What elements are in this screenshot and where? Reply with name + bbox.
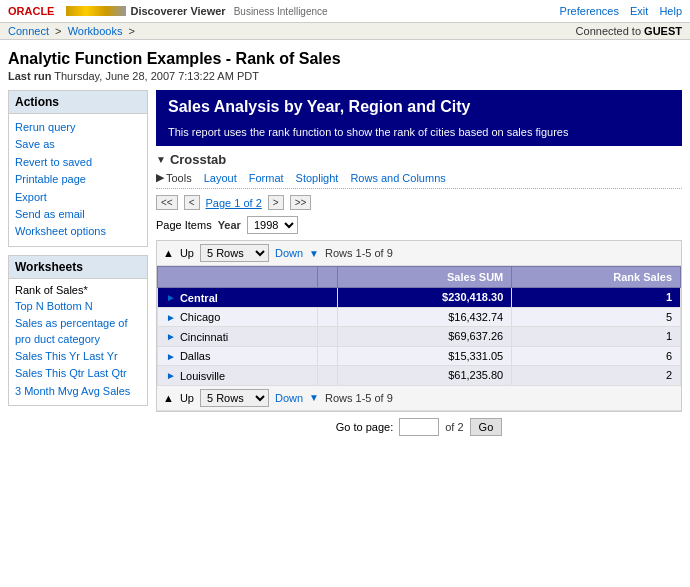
rerun-query-link[interactable]: Rerun query: [15, 120, 141, 135]
central-name: Central: [180, 292, 218, 304]
v-icon-top: ▼: [309, 248, 319, 259]
last-run-label: Last run: [8, 70, 51, 82]
city-cincinnati: ► Cincinnati: [158, 327, 318, 347]
right-content: Sales Analysis by Year, Region and City …: [156, 90, 682, 442]
discoverer-title: Discoverer Viewer: [130, 5, 225, 17]
page-info[interactable]: Page 1 of 2: [206, 197, 262, 209]
header-stripe: [66, 6, 126, 16]
rows-select-bottom[interactable]: 5 Rows 10 Rows 25 Rows All Rows: [200, 389, 269, 407]
preferences-link[interactable]: Preferences: [560, 5, 619, 17]
rows-info-top: Rows 1-5 of 9: [325, 247, 393, 259]
group-label: ► Central: [158, 288, 338, 308]
connect-link[interactable]: Connect: [8, 25, 49, 37]
pagination: << < Page 1 of 2 > >>: [156, 195, 682, 210]
cincinnati-rank: 1: [512, 327, 681, 347]
table-row: ► Cincinnati $69,637.26 1: [158, 327, 681, 347]
central-expand: ► Central: [166, 292, 218, 304]
chicago-sales: $16,432.74: [338, 307, 512, 327]
louisville-rank: 2: [512, 366, 681, 386]
down-link-top[interactable]: Down: [275, 247, 303, 259]
worksheet-top-n-link[interactable]: Top N Bottom N: [15, 299, 141, 314]
actions-section: Actions Rerun query Save as Revert to sa…: [8, 90, 148, 247]
last-page-button[interactable]: >>: [290, 195, 312, 210]
cincinnati-lock: [318, 327, 338, 347]
table-row-group-central: ► Central $230,418.30 1: [158, 288, 681, 308]
header-nav: Preferences Exit Help: [552, 5, 682, 17]
app-header: ORACLE Discoverer Viewer Business Intell…: [0, 0, 690, 23]
chicago-lock: [318, 307, 338, 327]
dallas-lock: [318, 346, 338, 366]
bi-subtitle: Business Intelligence: [234, 6, 328, 17]
tools-bar: ▶ Tools Layout Format Stoplight Rows and…: [156, 171, 682, 189]
col-header-lock: [318, 267, 338, 288]
louisville-lock: [318, 366, 338, 386]
goto-button[interactable]: Go: [470, 418, 503, 436]
rows-and-columns-link[interactable]: Rows and Columns: [350, 172, 445, 184]
chicago-icon: ►: [166, 312, 176, 323]
last-run: Last run Thursday, June 28, 2007 7:13:22…: [8, 70, 682, 82]
first-page-button[interactable]: <<: [156, 195, 178, 210]
dallas-icon: ►: [166, 351, 176, 362]
next-page-button[interactable]: >: [268, 195, 284, 210]
rows-info-bottom: Rows 1-5 of 9: [325, 392, 393, 404]
rows-select-top[interactable]: 5 Rows 10 Rows 25 Rows All Rows: [200, 244, 269, 262]
worksheet-3month-link[interactable]: 3 Month Mvg Avg Sales: [15, 384, 141, 399]
col-header-sales-sum: Sales SUM: [338, 267, 512, 288]
data-table-container: ▲ Up 5 Rows 10 Rows 25 Rows All Rows Dow…: [156, 240, 682, 412]
exit-link[interactable]: Exit: [630, 5, 648, 17]
revert-to-saved-link[interactable]: Revert to saved: [15, 155, 141, 170]
top-rows-control: ▲ Up 5 Rows 10 Rows 25 Rows All Rows Dow…: [157, 241, 681, 266]
save-as-link[interactable]: Save as: [15, 137, 141, 152]
breadcrumb: Connect > Workbooks >: [8, 25, 135, 37]
layout-link[interactable]: Layout: [204, 172, 237, 184]
actions-body: Rerun query Save as Revert to saved Prin…: [9, 114, 147, 246]
page-title: Analytic Function Examples - Rank of Sal…: [8, 50, 682, 68]
tools-triangle-icon: ▶: [156, 171, 164, 184]
col-header-region: [158, 267, 318, 288]
down-link-bottom[interactable]: Down: [275, 392, 303, 404]
year-select[interactable]: 1998 1999 2000: [247, 216, 298, 234]
dallas-name: Dallas: [180, 350, 211, 362]
v-icon-bottom: ▼: [309, 392, 319, 403]
page-title-area: Analytic Function Examples - Rank of Sal…: [0, 40, 690, 84]
crosstab-label: ▼ Crosstab: [156, 152, 682, 167]
data-table: Sales SUM Rank Sales ► Central $230,4: [157, 266, 681, 386]
dallas-sales: $15,331.05: [338, 346, 512, 366]
goto-of-text: of 2: [445, 421, 463, 433]
louisville-name: Louisville: [180, 370, 225, 382]
crosstab-triangle-icon: ▼: [156, 154, 166, 165]
table-row: ► Dallas $15,331.05 6: [158, 346, 681, 366]
group-rank: 1: [512, 288, 681, 308]
cincinnati-sales: $69,637.26: [338, 327, 512, 347]
oracle-text: ORACLE: [8, 5, 54, 17]
louisville-icon: ►: [166, 370, 176, 381]
tools-label: ▶ Tools: [156, 171, 192, 184]
city-chicago: ► Chicago: [158, 307, 318, 327]
group-sales: $230,418.30: [338, 288, 512, 308]
prev-page-button[interactable]: <: [184, 195, 200, 210]
crosstab-text: Crosstab: [170, 152, 226, 167]
worksheets-section: Worksheets Rank of Sales* Top N Bottom N…: [8, 255, 148, 406]
worksheet-sales-pct-link[interactable]: Sales as percentage of pro duct category: [15, 316, 141, 347]
worksheet-rank-of-sales[interactable]: Rank of Sales*: [15, 284, 88, 296]
table-row: ► Louisville $61,235.80 2: [158, 366, 681, 386]
send-as-email-link[interactable]: Send as email: [15, 207, 141, 222]
worksheet-options-link[interactable]: Worksheet options: [15, 224, 141, 239]
connected-info: Connected to GUEST: [576, 25, 682, 37]
report-title: Sales Analysis by Year, Region and City: [156, 90, 682, 124]
up-icon: ▲: [163, 247, 174, 259]
printable-page-link[interactable]: Printable page: [15, 172, 141, 187]
page-items: Page Items Year 1998 1999 2000: [156, 216, 682, 234]
worksheet-sales-qtr-link[interactable]: Sales This Qtr Last Qtr: [15, 366, 141, 381]
central-expand-icon: ►: [166, 292, 176, 303]
worksheet-sales-yr-link[interactable]: Sales This Yr Last Yr: [15, 349, 141, 364]
export-link[interactable]: Export: [15, 190, 141, 205]
chicago-rank: 5: [512, 307, 681, 327]
format-link[interactable]: Format: [249, 172, 284, 184]
stoplight-link[interactable]: Stoplight: [296, 172, 339, 184]
help-link[interactable]: Help: [659, 5, 682, 17]
goto-input[interactable]: [399, 418, 439, 436]
worksheets-body: Rank of Sales* Top N Bottom N Sales as p…: [9, 279, 147, 405]
workbooks-link[interactable]: Workbooks: [68, 25, 123, 37]
louisville-sales: $61,235.80: [338, 366, 512, 386]
